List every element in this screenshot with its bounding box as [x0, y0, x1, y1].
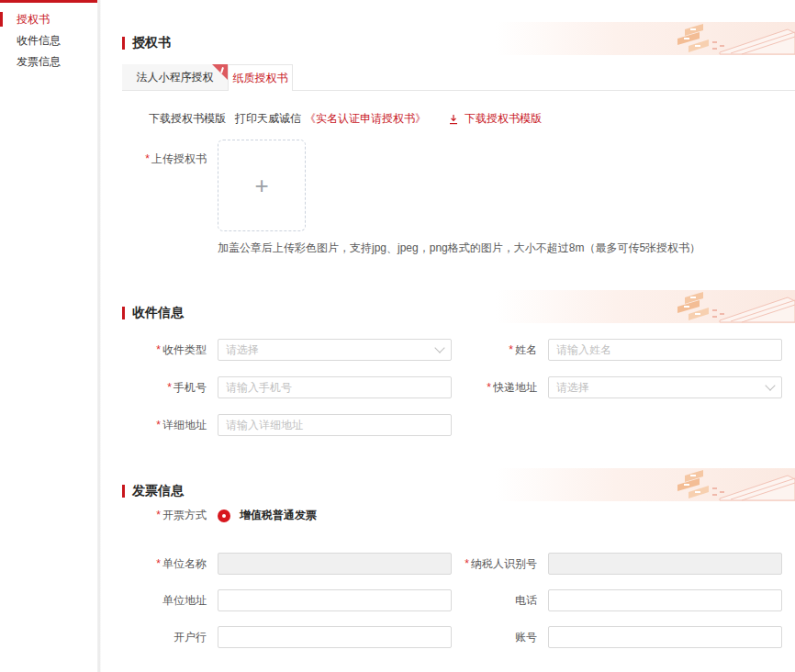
required-mark: * — [167, 381, 172, 394]
company-name-input — [218, 553, 452, 575]
section-title-invoice: 发票信息 — [122, 483, 184, 499]
billing-method-label: *开票方式 — [122, 508, 207, 523]
label-text: 姓名 — [515, 343, 537, 356]
section-deco-banner — [496, 468, 795, 501]
bank-label: 开户行 — [122, 630, 207, 645]
download-template-label: 下载授权书模版 — [149, 111, 226, 127]
phone-input[interactable] — [218, 376, 452, 398]
courier-address-label: *快递地址 — [448, 380, 537, 396]
field-phone: *手机号 — [122, 376, 452, 398]
field-company-address: 单位地址 — [122, 589, 452, 611]
section-deco-banner — [496, 22, 795, 55]
required-mark: * — [156, 419, 161, 431]
label-text: 详细地址 — [162, 419, 207, 431]
sidebar-item-recipient-info[interactable]: 收件信息 — [0, 30, 97, 51]
taxpayer-id-input — [548, 553, 782, 575]
field-telephone: 电话 — [448, 589, 782, 611]
label-text: 开票方式 — [162, 509, 207, 521]
label-text: 单位名称 — [162, 557, 207, 570]
account-number-input[interactable] — [548, 626, 782, 648]
label-text: 上传授权书 — [151, 152, 207, 165]
section-title-accent-bar — [122, 307, 125, 319]
phone-label: *手机号 — [122, 380, 207, 396]
section-title-accent-bar — [122, 485, 125, 498]
upload-note: 加盖公章后上传彩色图片，支持jpg、jpeg，png格式的图片，大小不超过8m（… — [218, 241, 700, 256]
sidebar-item-invoice-info[interactable]: 发票信息 — [0, 51, 97, 73]
field-taxpayer-id: *纳税人识别号 — [448, 553, 782, 575]
section-title-text: 发票信息 — [132, 483, 184, 499]
label-text: 快递地址 — [493, 381, 537, 394]
required-mark: * — [156, 509, 161, 521]
chevron-down-icon — [765, 380, 775, 390]
label-text: 账号 — [515, 631, 537, 644]
tab-paper-auth[interactable]: 纸质授权书 — [228, 64, 293, 91]
field-billing-method: *开票方式 增值税普通发票 — [122, 508, 317, 523]
courier-address-select[interactable]: 请选择 — [548, 376, 782, 398]
section-title-text: 收件信息 — [132, 305, 184, 321]
label-text: 开户行 — [174, 631, 207, 644]
field-company-name: *单位名称 — [122, 553, 452, 575]
label-text: 手机号 — [174, 381, 207, 394]
section-deco-banner — [496, 290, 795, 323]
select-placeholder: 请选择 — [556, 380, 589, 396]
upload-dropzone[interactable]: + — [218, 140, 306, 231]
telephone-input[interactable] — [548, 589, 782, 611]
section-title-accent-bar — [122, 37, 125, 50]
sidebar: 授权书 收件信息 发票信息 — [0, 3, 97, 672]
field-detail-address: *详细地址 — [122, 414, 452, 436]
required-mark: * — [156, 343, 161, 356]
required-mark: * — [509, 343, 513, 356]
label-text: 单位地址 — [162, 594, 207, 607]
field-name: *姓名 — [448, 339, 782, 361]
name-label: *姓名 — [448, 342, 537, 358]
company-address-label: 单位地址 — [122, 593, 207, 609]
sidebar-item-authorization[interactable]: 授权书 — [0, 9, 97, 30]
field-account-number: 账号 — [448, 626, 782, 648]
label-text: 纳税人识别号 — [471, 557, 537, 570]
sidebar-divider — [97, 0, 101, 672]
section-title-text: 授权书 — [132, 35, 171, 51]
tab-mini-program-auth[interactable]: 法人小程序授权 — [122, 64, 228, 90]
label-text: 电话 — [515, 594, 537, 607]
label-text: 收件类型 — [162, 343, 207, 356]
download-template-link[interactable]: 下载授权书模版 — [465, 111, 542, 127]
company-name-label: *单位名称 — [122, 556, 207, 572]
tab-label: 法人小程序授权 — [137, 71, 214, 84]
tab-label: 纸质授权书 — [233, 72, 288, 84]
deco-blocks-graphic — [496, 468, 795, 501]
section-title-authorization: 授权书 — [122, 35, 171, 51]
download-template-text: 打印天威诚信 — [235, 111, 301, 127]
field-bank: 开户行 — [122, 626, 452, 648]
name-input[interactable] — [548, 339, 782, 361]
bank-input[interactable] — [218, 626, 452, 648]
download-icon[interactable] — [448, 114, 459, 125]
detail-address-input[interactable] — [218, 414, 452, 436]
deco-blocks-graphic — [496, 22, 795, 55]
download-template-row: 下载授权书模版 打印天威诚信 《实名认证申请授权书》 下载授权书模版 — [149, 111, 542, 127]
recipient-type-select[interactable]: 请选择 — [218, 339, 452, 361]
detail-address-label: *详细地址 — [122, 418, 207, 433]
select-placeholder: 请选择 — [226, 342, 259, 358]
required-mark: * — [145, 152, 150, 165]
required-mark: * — [487, 381, 491, 394]
account-number-label: 账号 — [448, 630, 537, 645]
telephone-label: 电话 — [448, 593, 537, 609]
chevron-down-icon — [434, 342, 444, 353]
required-mark: * — [156, 557, 161, 570]
template-doc-link[interactable]: 《实名认证申请授权书》 — [305, 111, 426, 127]
authorization-tabbar: 法人小程序授权 纸质授权书 — [122, 64, 795, 91]
section-title-recipient: 收件信息 — [122, 305, 184, 321]
company-address-input[interactable] — [218, 589, 452, 611]
taxpayer-id-label: *纳税人识别号 — [448, 556, 537, 572]
deco-blocks-graphic — [496, 290, 795, 323]
plus-icon: + — [254, 174, 268, 197]
upload-auth-label: *上传授权书 — [122, 151, 207, 167]
field-recipient-type: *收件类型 请选择 — [122, 339, 452, 361]
sidebar-nav: 授权书 收件信息 发票信息 — [0, 3, 97, 73]
vat-invoice-radio[interactable] — [218, 510, 230, 522]
required-mark: * — [465, 557, 469, 570]
recipient-type-label: *收件类型 — [122, 342, 207, 358]
vat-invoice-option-label: 增值税普通发票 — [240, 508, 317, 523]
field-courier-address: *快递地址 请选择 — [448, 376, 782, 398]
